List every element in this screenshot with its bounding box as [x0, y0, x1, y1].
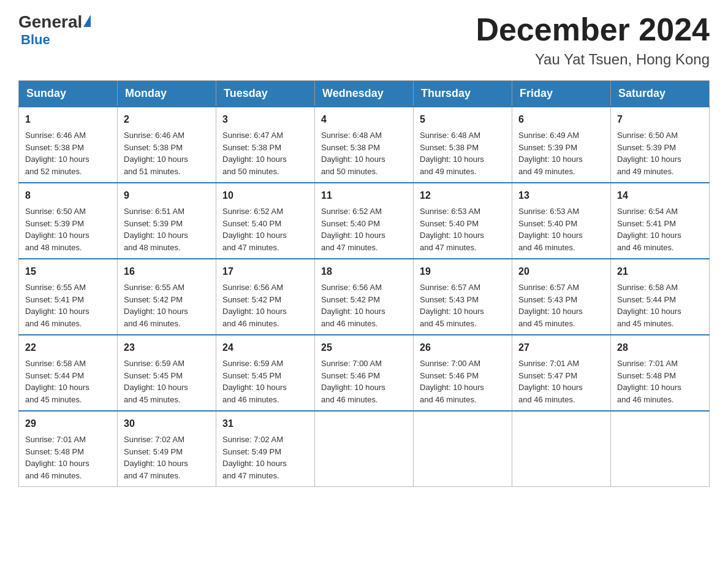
- day-number: 4: [321, 112, 407, 127]
- weekday-header-wednesday: Wednesday: [315, 81, 414, 107]
- calendar-cell: 16 Sunrise: 6:55 AMSunset: 5:42 PMDaylig…: [118, 259, 216, 335]
- day-info: Sunrise: 7:00 AMSunset: 5:46 PMDaylight:…: [321, 359, 385, 404]
- calendar-cell: 20 Sunrise: 6:57 AMSunset: 5:43 PMDaylig…: [512, 259, 611, 335]
- day-info: Sunrise: 6:59 AMSunset: 5:45 PMDaylight:…: [124, 359, 188, 404]
- day-number: 2: [124, 112, 210, 127]
- day-info: Sunrise: 6:59 AMSunset: 5:45 PMDaylight:…: [222, 359, 287, 404]
- calendar-table: SundayMondayTuesdayWednesdayThursdayFrid…: [18, 80, 710, 487]
- calendar-cell: 30 Sunrise: 7:02 AMSunset: 5:49 PMDaylig…: [118, 411, 216, 487]
- day-number: 14: [617, 188, 703, 203]
- day-info: Sunrise: 6:49 AMSunset: 5:39 PMDaylight:…: [518, 131, 583, 176]
- day-number: 11: [321, 188, 407, 203]
- weekday-header-saturday: Saturday: [611, 81, 710, 107]
- day-info: Sunrise: 6:46 AMSunset: 5:38 PMDaylight:…: [124, 131, 188, 176]
- day-number: 21: [617, 264, 703, 279]
- day-number: 3: [222, 112, 308, 127]
- day-number: 17: [222, 264, 308, 279]
- calendar-cell: 19 Sunrise: 6:57 AMSunset: 5:43 PMDaylig…: [414, 259, 512, 335]
- day-info: Sunrise: 6:54 AMSunset: 5:41 PMDaylight:…: [617, 207, 681, 252]
- location-subtitle: Yau Yat Tsuen, Hong Kong: [476, 51, 710, 68]
- day-info: Sunrise: 6:47 AMSunset: 5:38 PMDaylight:…: [222, 131, 287, 176]
- day-number: 22: [25, 340, 111, 355]
- day-number: 13: [518, 188, 604, 203]
- day-number: 26: [420, 340, 506, 355]
- weekday-header-friday: Friday: [512, 81, 611, 107]
- calendar-cell: 26 Sunrise: 7:00 AMSunset: 5:46 PMDaylig…: [414, 335, 512, 411]
- calendar-cell: 28 Sunrise: 7:01 AMSunset: 5:48 PMDaylig…: [611, 335, 710, 411]
- day-info: Sunrise: 6:50 AMSunset: 5:39 PMDaylight:…: [617, 131, 681, 176]
- weekday-header-sunday: Sunday: [19, 81, 118, 107]
- day-number: 1: [25, 112, 111, 127]
- weekday-header-row: SundayMondayTuesdayWednesdayThursdayFrid…: [19, 81, 710, 107]
- logo-general-text: General: [18, 12, 82, 32]
- calendar-cell: 2 Sunrise: 6:46 AMSunset: 5:38 PMDayligh…: [118, 107, 216, 183]
- day-info: Sunrise: 6:56 AMSunset: 5:42 PMDaylight:…: [321, 283, 385, 328]
- calendar-cell: 25 Sunrise: 7:00 AMSunset: 5:46 PMDaylig…: [315, 335, 414, 411]
- day-number: 12: [420, 188, 506, 203]
- day-info: Sunrise: 6:50 AMSunset: 5:39 PMDaylight:…: [25, 207, 89, 252]
- calendar-week-row: 15 Sunrise: 6:55 AMSunset: 5:41 PMDaylig…: [19, 259, 710, 335]
- day-number: 18: [321, 264, 407, 279]
- day-info: Sunrise: 6:53 AMSunset: 5:40 PMDaylight:…: [518, 207, 583, 252]
- calendar-cell: 17 Sunrise: 6:56 AMSunset: 5:42 PMDaylig…: [216, 259, 315, 335]
- calendar-cell: 3 Sunrise: 6:47 AMSunset: 5:38 PMDayligh…: [216, 107, 315, 183]
- day-info: Sunrise: 6:56 AMSunset: 5:42 PMDaylight:…: [222, 283, 287, 328]
- calendar-cell: 18 Sunrise: 6:56 AMSunset: 5:42 PMDaylig…: [315, 259, 414, 335]
- day-info: Sunrise: 6:48 AMSunset: 5:38 PMDaylight:…: [420, 131, 484, 176]
- calendar-cell: 4 Sunrise: 6:48 AMSunset: 5:38 PMDayligh…: [315, 107, 414, 183]
- calendar-cell: 15 Sunrise: 6:55 AMSunset: 5:41 PMDaylig…: [19, 259, 118, 335]
- calendar-cell: [512, 411, 611, 487]
- day-number: 19: [420, 264, 506, 279]
- day-number: 9: [124, 188, 210, 203]
- calendar-cell: 9 Sunrise: 6:51 AMSunset: 5:39 PMDayligh…: [118, 183, 216, 259]
- day-info: Sunrise: 7:01 AMSunset: 5:48 PMDaylight:…: [25, 435, 89, 480]
- day-info: Sunrise: 6:58 AMSunset: 5:44 PMDaylight:…: [25, 359, 89, 404]
- day-number: 6: [518, 112, 604, 127]
- calendar-cell: 12 Sunrise: 6:53 AMSunset: 5:40 PMDaylig…: [414, 183, 512, 259]
- weekday-header-thursday: Thursday: [414, 81, 512, 107]
- day-number: 29: [25, 416, 111, 431]
- day-info: Sunrise: 6:55 AMSunset: 5:42 PMDaylight:…: [124, 283, 188, 328]
- calendar-cell: 23 Sunrise: 6:59 AMSunset: 5:45 PMDaylig…: [118, 335, 216, 411]
- day-number: 7: [617, 112, 703, 127]
- calendar-cell: 27 Sunrise: 7:01 AMSunset: 5:47 PMDaylig…: [512, 335, 611, 411]
- day-info: Sunrise: 7:02 AMSunset: 5:49 PMDaylight:…: [222, 435, 287, 480]
- day-info: Sunrise: 7:00 AMSunset: 5:46 PMDaylight:…: [420, 359, 484, 404]
- day-info: Sunrise: 6:55 AMSunset: 5:41 PMDaylight:…: [25, 283, 89, 328]
- day-number: 16: [124, 264, 210, 279]
- day-info: Sunrise: 7:01 AMSunset: 5:48 PMDaylight:…: [617, 359, 681, 404]
- calendar-cell: 11 Sunrise: 6:52 AMSunset: 5:40 PMDaylig…: [315, 183, 414, 259]
- day-info: Sunrise: 6:46 AMSunset: 5:38 PMDaylight:…: [25, 131, 89, 176]
- day-info: Sunrise: 7:02 AMSunset: 5:49 PMDaylight:…: [124, 435, 188, 480]
- calendar-cell: 8 Sunrise: 6:50 AMSunset: 5:39 PMDayligh…: [19, 183, 118, 259]
- title-area: December 2024 Yau Yat Tsuen, Hong Kong: [476, 12, 710, 68]
- calendar-cell: 21 Sunrise: 6:58 AMSunset: 5:44 PMDaylig…: [611, 259, 710, 335]
- day-number: 28: [617, 340, 703, 355]
- calendar-cell: 29 Sunrise: 7:01 AMSunset: 5:48 PMDaylig…: [19, 411, 118, 487]
- day-info: Sunrise: 6:57 AMSunset: 5:43 PMDaylight:…: [420, 283, 484, 328]
- day-number: 27: [518, 340, 604, 355]
- calendar-cell: 14 Sunrise: 6:54 AMSunset: 5:41 PMDaylig…: [611, 183, 710, 259]
- calendar-week-row: 1 Sunrise: 6:46 AMSunset: 5:38 PMDayligh…: [19, 107, 710, 183]
- day-number: 20: [518, 264, 604, 279]
- day-number: 23: [124, 340, 210, 355]
- day-info: Sunrise: 6:58 AMSunset: 5:44 PMDaylight:…: [617, 283, 681, 328]
- calendar-cell: 10 Sunrise: 6:52 AMSunset: 5:40 PMDaylig…: [216, 183, 315, 259]
- day-number: 24: [222, 340, 308, 355]
- day-info: Sunrise: 6:48 AMSunset: 5:38 PMDaylight:…: [321, 131, 385, 176]
- calendar-cell: 5 Sunrise: 6:48 AMSunset: 5:38 PMDayligh…: [414, 107, 512, 183]
- calendar-cell: [315, 411, 414, 487]
- calendar-cell: 1 Sunrise: 6:46 AMSunset: 5:38 PMDayligh…: [19, 107, 118, 183]
- day-number: 31: [222, 416, 308, 431]
- logo-blue-text: Blue: [21, 32, 50, 48]
- calendar-week-row: 29 Sunrise: 7:01 AMSunset: 5:48 PMDaylig…: [19, 411, 710, 487]
- day-info: Sunrise: 6:57 AMSunset: 5:43 PMDaylight:…: [518, 283, 583, 328]
- calendar-week-row: 22 Sunrise: 6:58 AMSunset: 5:44 PMDaylig…: [19, 335, 710, 411]
- calendar-week-row: 8 Sunrise: 6:50 AMSunset: 5:39 PMDayligh…: [19, 183, 710, 259]
- day-info: Sunrise: 6:51 AMSunset: 5:39 PMDaylight:…: [124, 207, 188, 252]
- day-info: Sunrise: 6:52 AMSunset: 5:40 PMDaylight:…: [222, 207, 287, 252]
- calendar-cell: [414, 411, 512, 487]
- calendar-cell: 7 Sunrise: 6:50 AMSunset: 5:39 PMDayligh…: [611, 107, 710, 183]
- weekday-header-tuesday: Tuesday: [216, 81, 315, 107]
- calendar-cell: [611, 411, 710, 487]
